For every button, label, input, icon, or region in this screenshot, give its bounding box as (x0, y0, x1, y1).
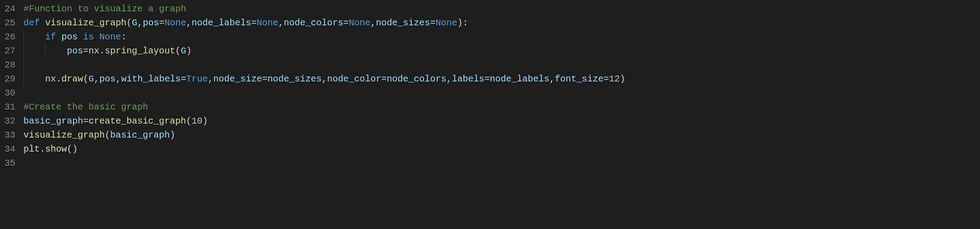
kwarg-name-token: labels (452, 72, 484, 86)
param-token: pos (143, 16, 159, 30)
code-line[interactable]: #Function to visualize a graph (23, 2, 980, 16)
var-token: node_sizes (267, 72, 322, 86)
punct-token: , (116, 72, 121, 86)
const-token: None (435, 16, 457, 30)
code-line[interactable]: visualize_graph(basic_graph) (23, 128, 980, 142)
punct-token: ( (175, 44, 181, 58)
punct-token: ( (83, 72, 89, 86)
space (40, 16, 45, 30)
kwarg-name-token: with_labels (121, 72, 181, 86)
param-token: node_colors (284, 16, 343, 30)
function-name-token: visualize_graph (23, 128, 105, 142)
kwarg-name-token: node_color (327, 72, 381, 86)
param-token: node_labels (191, 16, 251, 30)
punct-token: ) (170, 128, 175, 142)
keyword-token: is (83, 30, 94, 44)
var-token: node_labels (490, 72, 549, 86)
punct-token: , (186, 16, 191, 30)
const-token: True (186, 72, 208, 86)
line-number: 33 (5, 128, 15, 142)
code-line[interactable]: pos = nx.spring_layout(G) (23, 44, 980, 58)
arg-token: basic_graph (110, 128, 170, 142)
object-token: nx (45, 72, 56, 86)
function-name-token: spring_layout (105, 44, 175, 58)
code-line[interactable]: #Create the basic graph (23, 100, 980, 114)
punct-token: . (56, 72, 61, 86)
keyword-token: if (45, 30, 56, 44)
op-token: = (159, 16, 164, 30)
punct-token: . (99, 44, 105, 58)
object-token: plt (23, 142, 40, 156)
punct-token: ) (202, 114, 208, 128)
punct-token: , (94, 72, 99, 86)
keyword-token: def (23, 16, 40, 30)
const-token: None (257, 16, 278, 30)
number-token: 12 (609, 72, 620, 86)
line-number: 26 (5, 30, 15, 44)
code-line[interactable] (23, 58, 980, 72)
punct-token: , (137, 16, 143, 30)
code-line[interactable]: if pos is None: (23, 30, 980, 44)
comment-token: #Function to visualize a graph (23, 2, 186, 16)
op-token: = (484, 72, 490, 86)
punct-token: , (208, 72, 213, 86)
line-number: 31 (5, 100, 15, 114)
function-name-token: create_basic_graph (89, 114, 186, 128)
line-number-gutter: 24 25 26 27 28 29 30 31 32 33 34 35 (0, 2, 23, 170)
indent-guide (23, 58, 29, 72)
kwarg-name-token: font_size (555, 72, 603, 86)
punct-token: : (121, 30, 126, 44)
space (56, 30, 61, 44)
line-number: 30 (5, 86, 15, 100)
arg-token: G (181, 44, 186, 58)
op-token: = (83, 44, 89, 58)
op-token: = (251, 16, 257, 30)
punct-token: , (278, 16, 284, 30)
code-area[interactable]: #Function to visualize a graph def visua… (23, 2, 980, 170)
const-token: None (164, 16, 186, 30)
comment-token: #Create the basic graph (23, 100, 148, 114)
space (78, 30, 83, 44)
line-number: 28 (5, 58, 15, 72)
op-token: = (262, 72, 267, 86)
op-token: = (83, 114, 89, 128)
punct-token: ( (186, 114, 191, 128)
const-token: None (99, 30, 121, 44)
function-name-token: show (45, 142, 67, 156)
arg-token: pos (99, 72, 116, 86)
line-number: 25 (5, 16, 15, 30)
punct-token: ( (126, 16, 132, 30)
op-token: = (381, 72, 387, 86)
punct-token: , (322, 72, 327, 86)
var-token: pos (61, 30, 78, 44)
line-number: 32 (5, 114, 15, 128)
indent-guide (23, 30, 29, 44)
op-token: = (604, 72, 609, 86)
code-line[interactable]: basic_graph = create_basic_graph(10) (23, 114, 980, 128)
space (94, 30, 99, 44)
code-line[interactable] (23, 86, 980, 100)
object-token: nx (89, 44, 99, 58)
punct-token: () (67, 142, 78, 156)
punct-token: , (370, 16, 376, 30)
punct-token: ) (620, 72, 625, 86)
arg-token: G (89, 72, 94, 86)
punct-token: ) (186, 44, 191, 58)
code-editor[interactable]: 24 25 26 27 28 29 30 31 32 33 34 35 #Fun… (0, 0, 980, 172)
line-number: 35 (5, 156, 15, 170)
code-line[interactable] (23, 156, 980, 170)
punct-token: ): (457, 16, 468, 30)
op-token: = (181, 72, 186, 86)
code-line[interactable]: def visualize_graph(G, pos=None, node_la… (23, 16, 980, 30)
punct-token: , (549, 72, 555, 86)
code-line[interactable]: nx.draw(G, pos, with_labels=True, node_s… (23, 72, 980, 86)
var-token: basic_graph (23, 114, 83, 128)
indent-guide (45, 44, 51, 58)
line-number: 27 (5, 44, 15, 58)
code-line[interactable]: plt.show() (23, 142, 980, 156)
indent-guide (23, 44, 29, 58)
kwarg-name-token: node_size (213, 72, 262, 86)
var-token: pos (67, 44, 83, 58)
line-number: 34 (5, 142, 15, 156)
function-name-token: draw (61, 72, 83, 86)
